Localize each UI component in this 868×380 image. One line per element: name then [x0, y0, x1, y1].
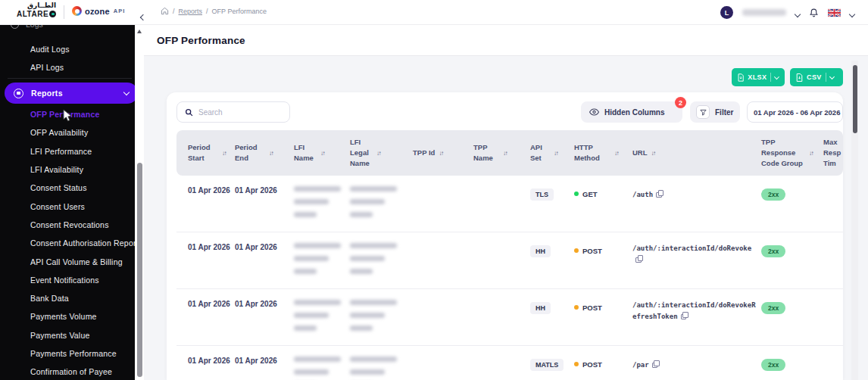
sidebar-item-logs[interactable]: Logs — [11, 25, 43, 29]
sidebar-item-payments-value[interactable]: Payments Value — [30, 326, 139, 344]
method-status-dot — [574, 305, 579, 310]
sidebar-item-consent-authorisation-report[interactable]: Consent Authorisation Report — [30, 234, 139, 252]
cell-lfi-name-redacted — [294, 357, 341, 380]
sidebar-collapse-button[interactable] — [141, 9, 145, 23]
method-status-dot — [574, 192, 579, 196]
sidebar-scrollbar-thumb[interactable] — [137, 163, 142, 377]
cell-url: /par — [632, 357, 758, 371]
sidebar-item-api-call-volume-billing[interactable]: API Call Volume & Billing — [30, 252, 139, 270]
hidden-columns-button[interactable]: Hidden Columns 2 — [581, 101, 682, 123]
main-scrollbar-thumb[interactable] — [853, 65, 857, 133]
breadcrumb: / Reports / OFP Performance — [161, 7, 267, 15]
sort-icon[interactable]: ↓↑ — [376, 150, 380, 157]
copy-icon[interactable] — [652, 360, 660, 368]
search-box[interactable] — [176, 101, 290, 123]
page-title: OFP Performance — [157, 35, 245, 46]
column-header-period-end[interactable]: Period End↓↑ — [235, 130, 273, 176]
copy-icon[interactable] — [656, 190, 663, 198]
export-csv-button[interactable]: CSV — [790, 68, 843, 86]
cell-period-start: 01 Apr 2026 — [188, 243, 230, 251]
export-xlsx-button[interactable]: XLSX — [732, 68, 785, 86]
cell-response-code-group: 2xx — [761, 357, 785, 371]
table-row[interactable]: 01 Apr 2026 01 Apr 2026 HH POST /auth/:i… — [176, 232, 843, 289]
sidebar-item-reports[interactable]: Reports — [5, 83, 138, 104]
notifications-button[interactable] — [809, 8, 819, 18]
column-header-max-resp-time[interactable]: Max Resp Tim — [823, 130, 843, 176]
file-download-icon — [796, 73, 803, 82]
column-header-tpp-id[interactable]: TPP Id↓↑ — [413, 130, 442, 176]
hidden-columns-count-badge: 2 — [675, 97, 686, 108]
logs-icon — [11, 25, 19, 29]
chevron-left-icon — [140, 14, 146, 20]
language-menu-button[interactable] — [850, 6, 854, 20]
filter-button[interactable]: Filter — [690, 101, 740, 123]
chevron-down-icon — [774, 74, 779, 79]
sort-icon[interactable]: ↓↑ — [439, 150, 442, 157]
sort-icon[interactable]: ↓↑ — [503, 150, 507, 157]
column-header-http-method[interactable]: HTTP Method↓↑ — [574, 130, 618, 176]
column-header-api-set[interactable]: API Set↓↑ — [530, 130, 557, 176]
chevron-down-icon — [829, 73, 835, 79]
breadcrumb-reports-link[interactable]: Reports — [179, 8, 203, 15]
sort-icon[interactable]: ↓↑ — [809, 150, 813, 157]
column-header-period-start[interactable]: Period Start↓↑ — [188, 130, 226, 176]
sidebar-item-event-notifications[interactable]: Event Notifications — [30, 271, 139, 289]
sort-icon[interactable]: ↓↑ — [651, 150, 655, 157]
sort-icon[interactable]: ↓↑ — [614, 150, 618, 157]
cell-api-set: TLS — [530, 186, 554, 200]
sidebar-item-audit-logs[interactable]: Audit Logs — [30, 43, 70, 55]
sidebar-item-api-logs[interactable]: API Logs — [30, 61, 64, 73]
home-icon[interactable] — [161, 7, 169, 15]
date-range-value: 01 Apr 2026 - 06 Apr 2026 — [754, 108, 840, 117]
page-header: OFP Performance — [144, 25, 868, 56]
sidebar-item-consent-users[interactable]: Consent Users — [30, 197, 139, 215]
sidebar-item-ofp-performance[interactable]: OFP Performance — [30, 105, 139, 123]
scroll-up-arrow-icon[interactable] — [137, 30, 142, 33]
sidebar-item-payments-volume[interactable]: Payments Volume — [30, 307, 139, 325]
brand-latin-text: ALTARE — [17, 10, 48, 18]
column-header-lfi-legal-name[interactable]: LFI Legal Name↓↑ — [350, 130, 380, 176]
sidebar-item-consent-status[interactable]: Consent Status — [30, 179, 139, 197]
cell-period-start: 01 Apr 2026 — [188, 300, 230, 308]
copy-icon[interactable] — [635, 255, 643, 263]
cell-api-set: MATLS — [530, 357, 564, 370]
user-menu-button[interactable] — [795, 6, 800, 20]
chevron-down-icon — [123, 89, 130, 95]
cell-lfi-legal-name-redacted — [350, 186, 397, 225]
table-row[interactable]: 01 Apr 2026 01 Apr 2026 TLS GET /auth 2x… — [176, 176, 843, 232]
chevron-down-icon — [795, 11, 801, 17]
sort-icon[interactable]: ↓↑ — [269, 150, 273, 157]
search-input[interactable] — [198, 108, 274, 117]
avatar[interactable]: L — [720, 6, 733, 19]
date-range-picker[interactable]: 01 Apr 2026 - 06 Apr 2026 — [747, 101, 843, 123]
language-flag-icon[interactable] — [828, 8, 841, 17]
funnel-icon — [700, 109, 707, 116]
column-header-tpp-response-code-group[interactable]: TPP Response Code Group↓↑ — [761, 130, 813, 176]
column-header-lfi-name[interactable]: LFI Name↓↑ — [294, 130, 324, 176]
top-bar: الطــارق ALTARE ozone API / Reports / OF… — [0, 0, 868, 25]
sidebar-item-confirmation-of-payee[interactable]: Confirmation of Payee — [30, 363, 139, 380]
sidebar-item-lfi-performance[interactable]: LFI Performance — [30, 142, 139, 160]
sort-icon[interactable]: ↓↑ — [320, 150, 324, 157]
sort-icon[interactable]: ↓↑ — [222, 150, 226, 157]
sidebar-item-bank-data[interactable]: Bank Data — [30, 289, 139, 307]
table-header-row: Period Start↓↑ Period End↓↑ LFI Name↓↑ L… — [176, 130, 843, 176]
table-row[interactable]: 01 Apr 2026 01 Apr 2026 MATLS POST /par … — [176, 346, 843, 380]
column-header-tpp-name[interactable]: TPP Name↓↑ — [473, 130, 507, 176]
sidebar-item-ofp-availability[interactable]: OFP Availability — [30, 123, 139, 142]
sidebar-item-lfi-availability[interactable]: LFI Availability — [30, 160, 139, 179]
cell-period-end: 01 Apr 2026 — [235, 300, 277, 308]
column-header-url[interactable]: URL↓↑ — [632, 130, 655, 176]
sort-icon[interactable]: ↓↑ — [554, 150, 557, 157]
sidebar-scrollbar[interactable] — [135, 25, 144, 380]
sidebar-item-consent-revocations[interactable]: Consent Revocations — [30, 216, 139, 234]
copy-icon[interactable] — [681, 312, 688, 319]
sidebar-item-payments-performance[interactable]: Payments Performance — [30, 344, 139, 363]
table-row[interactable]: 01 Apr 2026 01 Apr 2026 HH POST /auth/:i… — [176, 289, 843, 346]
breadcrumb-separator: / — [206, 8, 208, 15]
cell-response-code-group: 2xx — [761, 300, 785, 314]
cell-period-start: 01 Apr 2026 — [188, 357, 230, 365]
sidebar-divider — [8, 78, 132, 79]
cell-period-end: 01 Apr 2026 — [235, 357, 277, 365]
cell-lfi-legal-name-redacted — [350, 300, 397, 338]
